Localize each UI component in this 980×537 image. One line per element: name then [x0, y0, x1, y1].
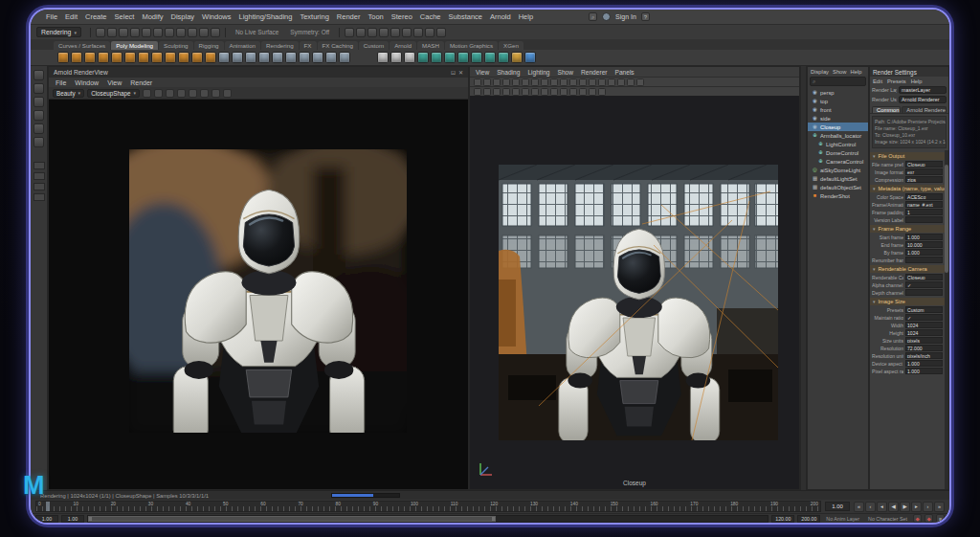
menubar-item[interactable]: Arnold	[486, 12, 515, 21]
paint-select-tool-icon[interactable]	[33, 97, 44, 107]
menubar-item[interactable]: Modify	[138, 12, 167, 21]
pause-viewport-icon[interactable]	[425, 28, 434, 37]
outliner-item[interactable]: Closeup	[808, 123, 868, 131]
close-icon[interactable]: ✕	[458, 69, 463, 76]
safe-action-icon[interactable]	[589, 78, 596, 86]
section-header-renderable-camera[interactable]: ▾Renderable Camera	[870, 265, 945, 273]
poly-pipe-icon[interactable]	[165, 52, 176, 63]
current-time-indicator[interactable]	[46, 502, 50, 511]
float-panel-icon[interactable]: ⊡	[451, 69, 456, 76]
select-camera-icon[interactable]	[474, 78, 481, 86]
poly-disc-icon[interactable]	[138, 52, 149, 63]
shelf-tab[interactable]: Rigging	[194, 41, 224, 50]
step-forward-frame-button[interactable]: ▸	[911, 502, 922, 512]
arnold-area-light-icon[interactable]	[444, 52, 456, 63]
image-plane-icon[interactable]	[512, 78, 520, 86]
depth-of-field-icon[interactable]	[550, 88, 558, 96]
outliner-item[interactable]: RenderShot	[808, 191, 868, 200]
field-value[interactable]: 10.000	[905, 241, 943, 248]
time-slider-ruler[interactable]: 0102030405060708090100110120130140150160…	[35, 501, 821, 512]
outliner-item[interactable]: Armballs_locator	[808, 131, 868, 140]
section-header-file-output[interactable]: ▾File Output	[870, 152, 945, 160]
gamma-icon[interactable]	[589, 88, 596, 96]
save-image-icon[interactable]	[143, 89, 151, 98]
auto-key-button[interactable]: ◆	[924, 514, 933, 523]
extrude-icon[interactable]	[245, 52, 256, 63]
make-live-icon[interactable]	[211, 28, 220, 37]
open-render-view-icon[interactable]	[356, 28, 366, 37]
arnold-flush-cache-icon[interactable]	[511, 52, 523, 63]
gate-mask-icon[interactable]	[569, 78, 577, 86]
step-back-frame-button[interactable]: ◂	[877, 502, 887, 512]
ambient-occlusion-icon[interactable]	[522, 88, 529, 96]
xray-icon[interactable]	[569, 88, 577, 96]
arnold-standin-icon[interactable]	[417, 52, 429, 63]
move-tool-icon[interactable]	[33, 110, 44, 121]
outliner-item[interactable]: persp	[808, 88, 868, 97]
playback-range-bar[interactable]	[88, 516, 496, 522]
arnold-render-icon[interactable]	[524, 52, 536, 63]
toggle-sculpt-icon[interactable]	[436, 28, 446, 37]
current-frame-field[interactable]: 1.00	[825, 502, 850, 511]
ipr-render-icon[interactable]	[379, 28, 389, 37]
search-icon[interactable]: ⌕	[589, 12, 597, 21]
go-to-start-button[interactable]: «	[854, 502, 864, 512]
render-settings-menu-item[interactable]: Edit	[873, 78, 882, 84]
mirror-icon[interactable]	[312, 52, 323, 63]
poly-helix-icon[interactable]	[178, 52, 189, 63]
shelf-tab[interactable]: Animation	[225, 41, 261, 50]
go-to-prev-key-button[interactable]: ‹	[865, 502, 876, 512]
field-value[interactable]: 1	[905, 209, 943, 215]
use-all-lights-icon[interactable]	[502, 88, 510, 96]
boolean-icon[interactable]	[339, 52, 350, 63]
shelf-tab[interactable]: Arnold	[390, 41, 416, 50]
menubar-item[interactable]: Windows	[198, 12, 234, 21]
render-current-frame-icon[interactable]	[368, 28, 377, 37]
outliner-item[interactable]: defaultLightSet	[808, 174, 868, 183]
construction-history-icon[interactable]	[345, 28, 354, 37]
outliner-search[interactable]: ⌕	[810, 77, 866, 86]
shelf-tab[interactable]: FX	[300, 41, 317, 50]
crop-region-icon[interactable]	[177, 89, 186, 98]
curve-pencil-icon[interactable]	[377, 52, 389, 63]
field-value[interactable]: ACEScg	[905, 193, 943, 200]
camera-dropdown[interactable]: CloseupShape▾	[87, 89, 140, 98]
render-settings-tab[interactable]: Common	[872, 106, 901, 113]
play-backwards-button[interactable]: ◀	[888, 502, 899, 512]
range-slider-track[interactable]	[87, 515, 768, 523]
exposure-icon[interactable]	[579, 88, 587, 96]
multi-cut-icon[interactable]	[285, 52, 297, 63]
snap-to-point-icon[interactable]	[176, 28, 186, 37]
pause-render-icon[interactable]	[212, 89, 220, 98]
multisample-aa-icon[interactable]	[541, 88, 548, 96]
field-value[interactable]: ✓	[905, 314, 943, 321]
shadows-toggle-icon[interactable]	[636, 78, 644, 86]
render-settings-menu-item[interactable]: Presets	[887, 78, 906, 84]
section-header-frame-range[interactable]: ▾Frame Range	[870, 225, 945, 233]
poly-cylinder-icon[interactable]	[84, 52, 96, 63]
renderview-menu-item[interactable]: Window	[75, 79, 99, 86]
renderview-menu-item[interactable]: Render	[130, 79, 152, 86]
outliner-item[interactable]: top	[808, 97, 868, 105]
outliner-item[interactable]: CameraControl	[808, 157, 868, 166]
menubar-item[interactable]: Toon	[364, 12, 387, 21]
shelf-tab[interactable]: Poly Modeling	[111, 41, 158, 50]
arnold-photometric-light-icon[interactable]	[471, 52, 482, 63]
shelf-tab[interactable]: FX Caching	[318, 41, 358, 50]
scrollbar[interactable]	[945, 150, 948, 489]
bookmarks-icon[interactable]	[502, 78, 510, 86]
arnold-skydome-light-icon[interactable]	[431, 52, 442, 63]
bridge-icon[interactable]	[272, 52, 283, 63]
outliner-menu-item[interactable]: Show	[833, 69, 847, 75]
outliner-item[interactable]: LightControl	[808, 140, 868, 148]
menubar-item[interactable]: Display	[167, 12, 199, 21]
shelf-tab[interactable]: Curves / Surfaces	[54, 41, 110, 50]
undo-icon[interactable]	[130, 28, 140, 37]
render-layer-dropdown[interactable]: masterLayer	[899, 86, 947, 94]
poly-type-icon[interactable]	[218, 52, 230, 63]
field-value[interactable]: exr	[905, 168, 943, 175]
field-value[interactable]: 1024	[905, 322, 943, 328]
poly-gear-icon[interactable]	[191, 52, 203, 63]
poly-cube-icon[interactable]	[71, 52, 82, 63]
poly-cone-icon[interactable]	[98, 52, 109, 63]
